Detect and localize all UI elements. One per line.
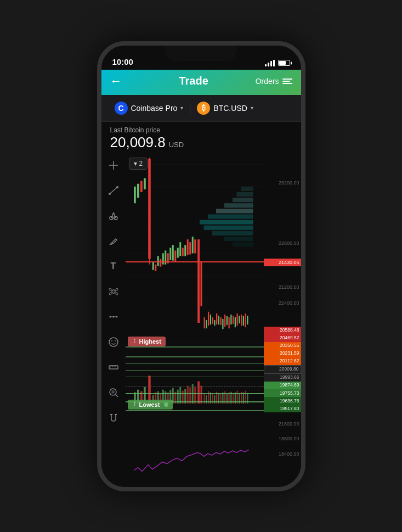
lowest-band-label[interactable]: ⋮ Lowest — [128, 400, 173, 410]
cp-20350: 20350.55 — [264, 342, 301, 350]
svg-line-17 — [111, 293, 112, 293]
pair-dropdown-arrow: ▾ — [251, 105, 253, 111]
svg-rect-58 — [233, 242, 253, 247]
svg-line-16 — [115, 290, 116, 290]
svg-line-2 — [110, 187, 117, 194]
orders-line-3 — [282, 83, 292, 84]
back-button[interactable]: ← — [110, 74, 132, 88]
emoji-tool[interactable] — [106, 334, 121, 350]
status-time: 10:00 — [112, 57, 133, 66]
svg-rect-64 — [140, 181, 143, 192]
band-line-1 — [126, 346, 264, 348]
orders-button[interactable]: Orders — [256, 77, 292, 86]
svg-rect-49 — [236, 192, 253, 196]
svg-point-23 — [109, 338, 118, 346]
ruler-tool[interactable] — [106, 360, 121, 375]
price-21200-label: 21200.00 — [264, 283, 301, 291]
svg-rect-80 — [186, 239, 188, 255]
svg-point-3 — [109, 193, 111, 195]
svg-rect-88 — [208, 311, 209, 325]
svg-rect-59 — [148, 159, 151, 259]
svg-point-155 — [164, 402, 168, 407]
price-23200: 23200.00 — [264, 180, 301, 186]
svg-rect-85 — [200, 261, 202, 306]
svg-rect-78 — [182, 248, 183, 256]
svg-rect-103 — [239, 315, 240, 323]
orders-line-2 — [282, 81, 290, 82]
svg-rect-130 — [194, 387, 196, 403]
svg-rect-75 — [174, 250, 176, 261]
exchange-dropdown-arrow: ▾ — [180, 105, 183, 111]
cp-19517: 19517.80 — [264, 405, 301, 412]
svg-rect-81 — [189, 242, 191, 254]
svg-rect-55 — [203, 225, 253, 229]
svg-rect-91 — [214, 320, 215, 326]
svg-rect-50 — [233, 198, 253, 202]
price-18400: 18400.00 — [264, 451, 301, 457]
svg-rect-76 — [177, 248, 178, 257]
svg-rect-112 — [148, 376, 151, 404]
current-price-line — [126, 387, 264, 387]
cp-19755: 19755.73 — [264, 389, 301, 397]
svg-rect-95 — [222, 318, 223, 328]
svg-rect-52 — [216, 209, 253, 213]
text-tool[interactable]: T — [106, 259, 121, 274]
crosshair-tool[interactable] — [106, 158, 121, 173]
svg-rect-97 — [226, 316, 227, 324]
cp-20112: 20112.62 — [264, 357, 301, 365]
svg-rect-127 — [186, 385, 188, 403]
pair-name: BTC.USD — [213, 104, 247, 113]
svg-rect-66 — [152, 261, 154, 270]
band-line-4 — [126, 370, 264, 371]
zoom-tool[interactable] — [106, 385, 121, 400]
pair-selector[interactable]: ₿ BTC.USD ▾ — [190, 99, 259, 117]
svg-rect-79 — [184, 245, 186, 256]
exchange-selector[interactable]: C Coinbase Pro ▾ — [108, 99, 190, 117]
svg-rect-48 — [241, 186, 253, 191]
dots-tool[interactable] — [106, 309, 121, 324]
indicator-chip[interactable]: ▾ 2 — [129, 158, 148, 170]
svg-rect-83 — [194, 239, 196, 253]
price-21600: 21600.00 — [264, 421, 301, 427]
price-chart[interactable] — [126, 153, 264, 487]
svg-point-10 — [112, 290, 115, 293]
svg-rect-124 — [179, 387, 181, 403]
lowest-label-text: Lowest — [139, 401, 160, 408]
price-22400: 22400.00 — [264, 300, 301, 306]
svg-rect-92 — [216, 313, 217, 324]
current-price-label: 21430.05 — [264, 259, 301, 266]
chart-container[interactable]: ▾ 2 — [101, 153, 301, 487]
signal-bar-1 — [265, 64, 267, 66]
cp-20009: 20009.80 — [264, 365, 301, 374]
magnet-tool[interactable] — [106, 410, 121, 425]
exchange-name: Coinbase Pro — [131, 104, 178, 113]
price-line-red — [126, 261, 264, 262]
svg-point-4 — [116, 186, 118, 188]
pen-tool[interactable] — [106, 233, 121, 249]
battery-icon — [278, 60, 290, 66]
svg-rect-128 — [189, 387, 191, 403]
exchange-bar: C Coinbase Pro ▾ ₿ BTC.USD ▾ — [101, 95, 301, 122]
price-main: 20,009.8 — [110, 134, 166, 151]
cp-19993: 19993.66 — [264, 374, 301, 382]
indicator-number: 2 — [139, 160, 143, 167]
svg-rect-102 — [236, 313, 237, 325]
svg-rect-51 — [224, 203, 253, 208]
signal-bar-3 — [270, 61, 272, 66]
svg-rect-131 — [197, 381, 200, 404]
orders-menu-icon — [282, 79, 292, 84]
scissors-tool[interactable] — [106, 208, 121, 223]
svg-rect-99 — [230, 314, 231, 324]
cp-19636: 19636.76 — [264, 397, 301, 405]
svg-rect-77 — [179, 242, 181, 256]
svg-rect-90 — [212, 317, 213, 323]
line-tool[interactable] — [106, 183, 121, 198]
highest-band-label[interactable]: ⋮ Highest — [128, 337, 166, 346]
app-header: ← Trade Orders — [101, 70, 301, 95]
network-tool[interactable] — [106, 284, 121, 299]
svg-rect-69 — [160, 259, 161, 266]
svg-rect-56 — [212, 231, 253, 235]
phone-inner: 10:00 ← Trade Orders — [101, 46, 301, 487]
band-line-2 — [126, 356, 264, 357]
price-18800: 18800.00 — [264, 436, 301, 441]
